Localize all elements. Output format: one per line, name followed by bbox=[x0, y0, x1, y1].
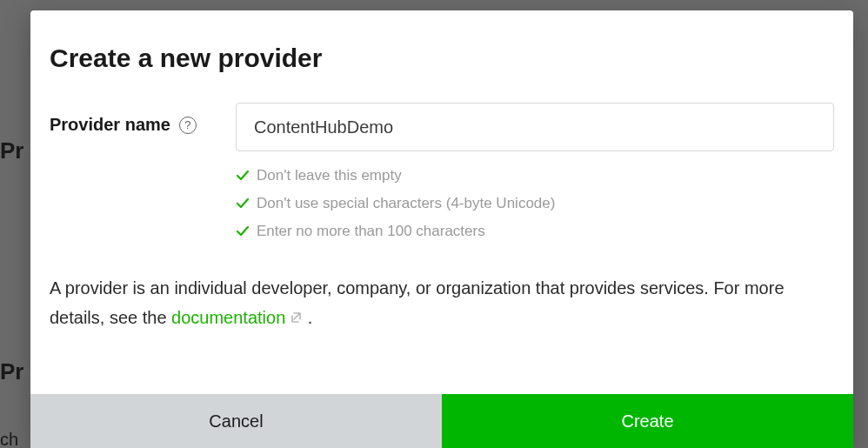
field-input-wrap: Don't leave this empty Don't use special… bbox=[236, 103, 834, 240]
description-pre: A provider is an individual developer, c… bbox=[50, 278, 785, 327]
dialog-footer: Cancel Create bbox=[30, 394, 853, 448]
validation-text: Don't leave this empty bbox=[257, 167, 402, 184]
background-text: ch bbox=[0, 430, 18, 448]
check-icon bbox=[236, 224, 250, 238]
create-provider-dialog: Create a new provider Provider name ? Do… bbox=[30, 10, 853, 448]
provider-name-input[interactable] bbox=[236, 103, 834, 151]
documentation-link[interactable]: documentation bbox=[171, 308, 285, 327]
cancel-button[interactable]: Cancel bbox=[30, 394, 442, 448]
description-post: . bbox=[303, 308, 312, 327]
field-label-wrap: Provider name ? bbox=[50, 103, 215, 135]
dialog-description: A provider is an individual developer, c… bbox=[50, 273, 834, 332]
provider-name-field: Provider name ? Don't leave this empty bbox=[50, 103, 834, 240]
dialog-body: Create a new provider Provider name ? Do… bbox=[30, 10, 853, 394]
validation-list: Don't leave this empty Don't use special… bbox=[236, 167, 834, 240]
help-icon[interactable]: ? bbox=[179, 117, 197, 134]
provider-name-label: Provider name bbox=[50, 115, 170, 135]
validation-item: Don't leave this empty bbox=[236, 167, 834, 184]
validation-text: Don't use special characters (4-byte Uni… bbox=[257, 195, 555, 212]
background-text: Pr bbox=[0, 358, 23, 385]
validation-item: Don't use special characters (4-byte Uni… bbox=[236, 195, 834, 212]
validation-text: Enter no more than 100 characters bbox=[257, 223, 485, 240]
background-text: Pr bbox=[0, 137, 23, 164]
modal-backdrop: Pr Pr ch Create a new provider Provider … bbox=[0, 0, 868, 448]
dialog-title: Create a new provider bbox=[50, 43, 834, 73]
validation-item: Enter no more than 100 characters bbox=[236, 223, 834, 240]
create-button[interactable]: Create bbox=[442, 394, 853, 448]
check-icon bbox=[236, 197, 250, 211]
check-icon bbox=[236, 169, 250, 183]
external-link-icon bbox=[289, 303, 303, 332]
